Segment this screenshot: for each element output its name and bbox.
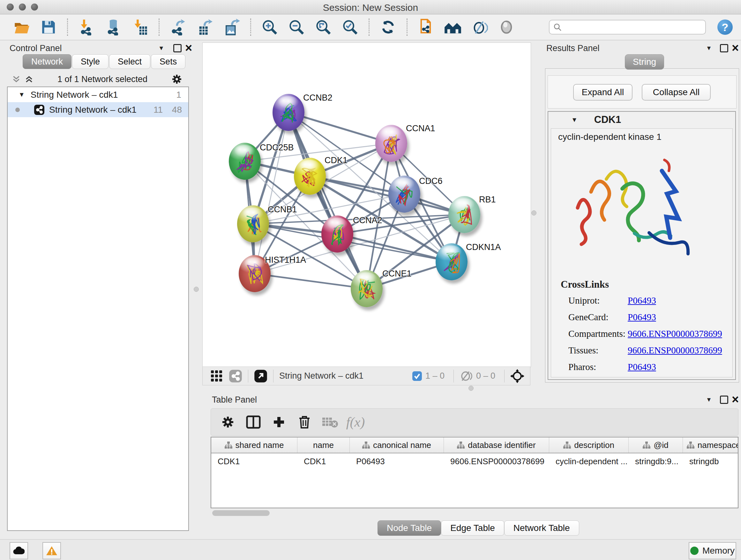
node-CDK1[interactable]: [294, 158, 326, 195]
results-panel-close-icon[interactable]: ×: [732, 45, 739, 51]
cell-shared-name[interactable]: CDK1: [211, 456, 297, 466]
node-CCNA2[interactable]: [321, 215, 353, 253]
table-row[interactable]: CDK1CDK1P064939606.ENSP00000378699cyclin…: [211, 453, 738, 469]
column-header-label: name: [313, 440, 334, 450]
network-collection-row[interactable]: ▼ String Network – cdk1 1: [8, 87, 188, 102]
delete-column-button[interactable]: [295, 414, 314, 430]
crosslink-link[interactable]: P06493: [628, 312, 656, 322]
tab-select[interactable]: Select: [109, 54, 150, 69]
zoom-in-button[interactable]: [261, 18, 279, 36]
grid-view-icon[interactable]: [210, 370, 223, 382]
export-image-button[interactable]: [223, 18, 241, 36]
memory-button[interactable]: Memory: [689, 542, 736, 559]
zoom-out-button[interactable]: [287, 18, 306, 36]
zoom-out-icon: [288, 19, 305, 36]
import-table-file-button[interactable]: [131, 18, 149, 36]
tab-sets[interactable]: Sets: [151, 54, 185, 69]
show-eye-button[interactable]: [497, 18, 515, 36]
columns-icon: [246, 415, 261, 429]
tab-style[interactable]: Style: [72, 54, 109, 69]
node-CCNB1[interactable]: [237, 205, 269, 242]
left-splitter-grip[interactable]: [194, 287, 199, 292]
zoom-selected-button[interactable]: [341, 18, 359, 36]
zoom-fit-button[interactable]: [314, 18, 332, 36]
crosslink-link[interactable]: 9606.ENSP00000378699: [628, 345, 722, 356]
hidden-eye-slash-icon[interactable]: [460, 371, 473, 381]
share-document-button[interactable]: [417, 18, 435, 36]
column-header-description[interactable]: description: [549, 437, 629, 453]
cloud-button[interactable]: [10, 542, 28, 559]
node-CCNB2[interactable]: [273, 94, 305, 131]
column-header-canonical-name[interactable]: canonical name: [350, 437, 444, 453]
tab-network[interactable]: Network: [23, 54, 71, 69]
column-header-shared-name[interactable]: shared name: [211, 437, 297, 453]
cell-database-identifier[interactable]: 9606.ENSP00000378699: [444, 456, 549, 466]
save-session-button[interactable]: [40, 18, 57, 36]
tab-edge-table[interactable]: Edge Table: [441, 520, 504, 536]
network-row-selected[interactable]: String Network – cdk1 11 48: [8, 102, 188, 117]
cell--id[interactable]: stringdb:9...: [629, 456, 683, 466]
node-CCNE1[interactable]: [351, 270, 383, 307]
results-panel-float-icon[interactable]: [720, 44, 728, 52]
crosslink-link[interactable]: 9606.ENSP00000378699: [628, 328, 722, 339]
column-header-namespace[interactable]: namespace: [683, 437, 738, 453]
export-network-button[interactable]: [169, 18, 187, 36]
crosslink-link[interactable]: P06493: [628, 295, 656, 306]
crosslink-row: Compartments:9606.ENSP00000378699: [568, 325, 728, 342]
tab-string[interactable]: String: [625, 54, 664, 70]
node-CCNA1[interactable]: [375, 125, 407, 162]
search-box[interactable]: [549, 20, 706, 35]
cell-name[interactable]: CDK1: [297, 456, 350, 466]
selected-checkbox-icon[interactable]: [412, 371, 422, 381]
import-network-file-button[interactable]: [77, 18, 95, 36]
hide-glasses-button[interactable]: [471, 18, 488, 36]
table-horizontal-scrollbar[interactable]: [212, 510, 270, 516]
tab-node-table[interactable]: Node Table: [378, 520, 441, 536]
help-button[interactable]: ?: [718, 19, 733, 35]
node-CDC25B[interactable]: [229, 143, 261, 180]
section-expander-icon[interactable]: ▼: [571, 116, 578, 124]
gear-icon[interactable]: [171, 73, 183, 85]
results-panel-menu-icon[interactable]: ▼: [706, 45, 712, 52]
crosslink-link[interactable]: P06493: [628, 362, 656, 372]
cell-namespace[interactable]: stringdb: [683, 456, 738, 466]
right-splitter-grip[interactable]: [531, 210, 536, 215]
column-header--id[interactable]: @id: [629, 437, 683, 453]
expand-all-button[interactable]: Expand All: [573, 84, 632, 101]
select-columns-button[interactable]: [244, 414, 263, 430]
gene-section-header[interactable]: ▼ CDK1: [548, 112, 735, 128]
node-highlight: [356, 272, 377, 285]
session-home-button[interactable]: [444, 18, 462, 36]
bottom-splitter-grip[interactable]: [468, 386, 474, 391]
collapse-all-icon[interactable]: [11, 74, 21, 84]
network-view-share-icon[interactable]: [229, 369, 242, 383]
refresh-view-button[interactable]: [379, 18, 397, 36]
table-panel-close-icon[interactable]: ×: [732, 396, 739, 402]
cell-description[interactable]: cyclin-dependent ...: [549, 456, 629, 466]
search-input[interactable]: [562, 22, 705, 33]
export-table-button[interactable]: [196, 18, 214, 36]
node-CDKN1A[interactable]: [435, 243, 468, 280]
fit-target-icon[interactable]: [510, 369, 524, 383]
add-column-button[interactable]: [270, 414, 288, 430]
column-header-name[interactable]: name: [297, 437, 350, 453]
import-network-database-button[interactable]: [105, 18, 122, 36]
control-panel-close-icon[interactable]: ×: [185, 45, 192, 51]
table-panel-float-icon[interactable]: [720, 395, 728, 404]
tab-network-table[interactable]: Network Table: [504, 520, 579, 536]
expand-all-icon[interactable]: [24, 74, 34, 84]
open-in-new-window-icon[interactable]: [254, 369, 267, 383]
warnings-button[interactable]: [43, 542, 61, 559]
open-session-button[interactable]: [13, 18, 30, 36]
table-panel-menu-icon[interactable]: ▼: [706, 396, 712, 403]
network-canvas[interactable]: CCNB2CCNA1CDC25BCDK1CDC6RB1CCNB1CCNA2CDK…: [202, 43, 531, 367]
table-settings-button[interactable]: [219, 414, 237, 430]
control-panel-float-icon[interactable]: [173, 44, 182, 52]
node-CDC6[interactable]: [388, 176, 420, 212]
tree-expander-icon[interactable]: ▼: [18, 91, 25, 98]
node-RB1[interactable]: [448, 196, 480, 233]
collapse-all-button[interactable]: Collapse All: [642, 84, 711, 101]
column-header-database-identifier[interactable]: database identifier: [444, 437, 549, 453]
cell-canonical-name[interactable]: P06493: [350, 456, 444, 466]
control-panel-menu-icon[interactable]: ▼: [158, 45, 164, 52]
